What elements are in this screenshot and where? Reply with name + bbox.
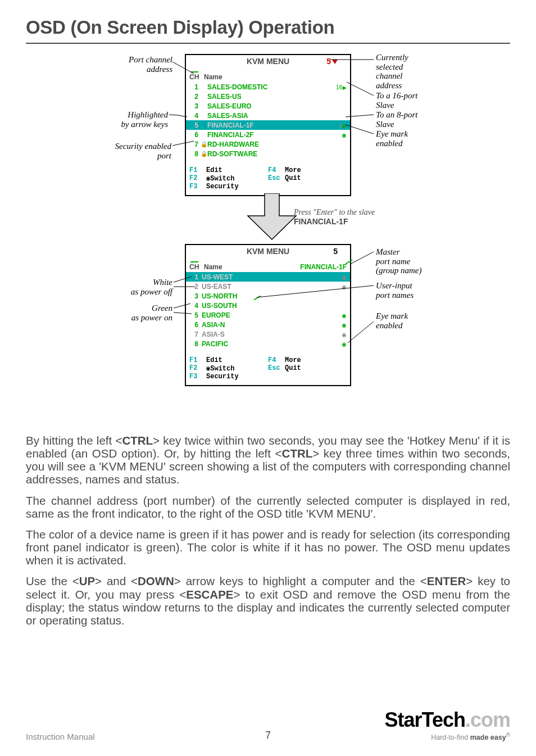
title-rule [26, 43, 510, 44]
table-row: 7ASIA-S◉ [186, 329, 350, 339]
lock-icon: 🔒 [201, 151, 206, 157]
row-name: RD-HARDWARE [206, 141, 330, 148]
kvm-title-text: KVM MENU [247, 57, 289, 66]
table-row: 8PACIFIC◉ [186, 339, 350, 348]
col-ch-2: CH [189, 263, 204, 271]
current-channel: 5 [326, 57, 338, 66]
table-row: 8🔒RD-SOFTWARE [186, 149, 350, 159]
row-ch: 5 [189, 121, 201, 129]
esc-key-2: Esc [268, 364, 285, 373]
row-ch: 1 [189, 273, 201, 281]
f1-label-2: Edit [206, 356, 222, 364]
label-to-16: To a 16-port Slave [376, 91, 449, 110]
label-eye-mark-2: Eye mark enabled [376, 311, 455, 330]
kvm-menu-top: KVM MENU 5 CH Name 1SALES-DOMESTIC16▶2SA… [185, 54, 351, 196]
logo-star: Star [385, 708, 422, 731]
logo-com: .com [465, 708, 510, 731]
row-indicator: ◉ [330, 331, 347, 338]
row-ch: 2 [189, 283, 201, 291]
row-ch: 8 [189, 150, 201, 158]
row-ch: 7 [189, 331, 201, 338]
row-indicator: 8▶ [330, 122, 347, 129]
f4-label-2: More [285, 356, 301, 364]
page-title: OSD (On Screen Display) Operation [26, 17, 510, 38]
label-currently: Currently selected channel address [376, 53, 443, 90]
label-user-input: User-input port names [376, 281, 455, 300]
osd-diagram: KVM MENU 5 CH Name 1SALES-DOMESTIC16▶2SA… [66, 54, 470, 419]
row-name: PACIFIC [201, 340, 330, 348]
kvm-menu-title: KVM MENU 5 [186, 55, 350, 67]
logo-tagline: Hard-to-find made easy® [385, 732, 510, 741]
row-name: EUROPE [201, 311, 330, 319]
instruction-manual-label: Instruction Manual [26, 732, 95, 741]
f2-label-2: ◉Switch [206, 364, 234, 373]
table-row: 5EUROPE◉ [186, 310, 350, 320]
row-name: SALES-US [206, 93, 330, 101]
f1-key: F1 [189, 166, 206, 174]
esc-label: Quit [285, 174, 301, 183]
row-indicator: ◉ [330, 283, 347, 290]
table-row: 4US-SOUTH [186, 301, 350, 310]
f4-key-2: F4 [268, 356, 285, 364]
label-highlighted: Highlighted by arrow keys [106, 110, 168, 129]
f1-key-2: F1 [189, 356, 206, 364]
row-indicator: ◉ [330, 312, 347, 319]
column-headers-2: CH Name FINANCIAL-1F [186, 262, 350, 272]
body-text: By hitting the left <CTRL> key twice wit… [26, 434, 510, 627]
column-headers: CH Name [186, 72, 350, 82]
row-indicator: ◉ [330, 132, 347, 138]
kvm-menu-title-2: KVM MENU 5 [186, 245, 350, 257]
table-row: 6ASIA-N◉ [186, 320, 350, 329]
esc-key: Esc [268, 174, 285, 183]
row-indicator: ◉ [330, 341, 347, 347]
table-row: 1SALES-DOMESTIC16▶ [186, 82, 350, 92]
f3-key-2: F3 [189, 373, 206, 381]
f2-label: ◉Switch [206, 174, 234, 183]
table-row: 7🔒RD-HARDWARE [186, 139, 350, 149]
row-name: FINANCIAL-2F [206, 131, 330, 139]
row-name: US-NORTH [201, 292, 330, 300]
f4-label: More [285, 166, 301, 174]
paragraph-3: The color of a device name is green if i… [26, 528, 510, 567]
label-white-off: White as power off [112, 278, 172, 296]
row-name: US-WEST [201, 273, 330, 281]
row-ch: 1 [189, 83, 201, 91]
row-ch: 4 [189, 112, 201, 120]
table-row: 2SALES-US [186, 92, 350, 101]
big-arrow-icon [246, 193, 302, 242]
row-ch: 3 [189, 292, 201, 300]
table-row: 1US-WEST◉ [186, 272, 350, 282]
label-security: Security enabled port [93, 142, 171, 160]
row-indicator: ◉ [330, 274, 347, 280]
label-to-8: To an 8-port Slave [376, 110, 449, 129]
label-master: Master port name (group name) [376, 247, 455, 275]
label-green-on: Green as power on [112, 304, 172, 322]
table-row: 5FINANCIAL-1F8▶ [186, 120, 350, 130]
col-name-2: Name [204, 263, 300, 271]
row-indicator: 16▶ [330, 84, 347, 90]
arrow-note-line1: Press "Enter" to the slave [294, 208, 375, 217]
row-name: ASIA-N [201, 321, 330, 329]
f1-label: Edit [206, 166, 222, 174]
lock-icon: 🔒 [201, 141, 206, 147]
row-name: US-EAST [201, 283, 330, 291]
row-name: ASIA-S [201, 331, 330, 338]
row-name: RD-SOFTWARE [206, 150, 330, 158]
svg-line-13 [348, 322, 374, 343]
table-row: 4SALES-ASIA [186, 111, 350, 120]
row-name: SALES-DOMESTIC [206, 83, 330, 91]
paragraph-1: By hitting the left <CTRL> key twice wit… [26, 434, 510, 486]
f3-label: Security [206, 183, 239, 191]
row-ch: 5 [189, 311, 201, 319]
logo-tech: Tech [422, 708, 465, 731]
arrow-note: Press "Enter" to the slave FINANCIAL-1F [294, 208, 375, 226]
arrow-note-line2: FINANCIAL-1F [294, 217, 375, 226]
f3-label-2: Security [206, 373, 239, 381]
label-eye-mark-1: Eye mark enabled [376, 129, 449, 148]
svg-marker-0 [248, 193, 296, 239]
col-ch: CH [189, 73, 204, 81]
row-ch: 4 [189, 302, 201, 310]
paragraph-4: Use the <UP> and <DOWN> arrow keys to hi… [26, 574, 510, 627]
current-channel-2: 5 [333, 247, 338, 256]
f4-key: F4 [268, 166, 285, 174]
